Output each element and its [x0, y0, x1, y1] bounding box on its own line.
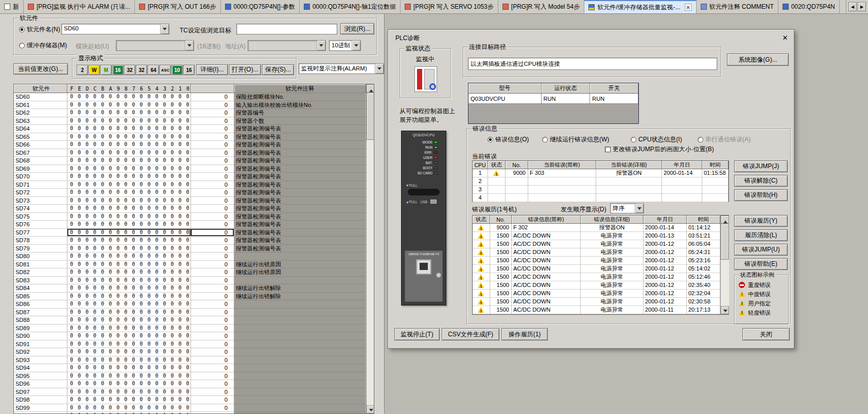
device-row[interactable]: SD880 0 0 0 0 0 0 0 0 0 0 0 0 0 0 00: [14, 316, 366, 325]
device-row[interactable]: SD700 0 0 0 0 0 0 0 0 0 0 0 0 0 0 00报警器检…: [14, 173, 366, 181]
format-button-10[interactable]: 16: [183, 65, 195, 75]
device-row[interactable]: SD730 0 0 0 0 0 0 0 0 0 0 0 0 0 0 00报警器检…: [14, 197, 366, 205]
device-row[interactable]: SD760 0 0 0 0 0 0 0 0 0 0 0 0 0 0 00报警器检…: [14, 221, 366, 229]
format-button-9[interactable]: 10: [171, 65, 183, 75]
tab-10[interactable]: 0020:QD75P4N: [778, 0, 840, 13]
tab-8[interactable]: 软元件/缓冲存储器批量监视-...×: [584, 0, 696, 13]
tab-5[interactable]: 0000:QD75P4N[]-轴1定位数据: [300, 0, 401, 13]
scrollbar-thumb[interactable]: [367, 93, 374, 140]
tab-6[interactable]: [PRG]R 写入 SERVO 1053步: [401, 0, 498, 13]
order-combo[interactable]: 降序: [610, 203, 644, 213]
save-button[interactable]: 保存(S)...: [262, 64, 294, 75]
tab-9[interactable]: 软元件注释 COMMENT: [697, 0, 778, 13]
browse-button[interactable]: 浏览(R)...: [340, 23, 374, 34]
device-row[interactable]: SD780 0 0 0 0 0 0 0 0 0 0 0 0 0 0 00报警器检…: [14, 237, 366, 245]
current-value-change-button[interactable]: 当前值更改(G)...: [13, 63, 68, 75]
device-row[interactable]: SD820 0 0 0 0 0 0 0 0 0 0 0 0 0 0 00继续运行…: [14, 268, 366, 277]
tab-4[interactable]: 0000:QD75P4N[]-参数: [221, 0, 300, 13]
tab-1[interactable]: 新: [0, 0, 24, 13]
chevron-down-icon[interactable]: [635, 204, 644, 213]
radio-cpu-status[interactable]: CPU状态信息(I): [631, 135, 682, 144]
address-base-combo[interactable]: 10进制: [329, 40, 361, 51]
resize-checkbox[interactable]: 更改错误JUMP后的画面大小·位置(B): [605, 145, 714, 154]
device-table-scrollbar[interactable]: [366, 84, 374, 413]
device-row[interactable]: SD620 0 0 0 0 0 0 0 0 0 0 0 0 0 0 00报警器编…: [14, 109, 366, 117]
history-row[interactable]: 1500AC/DC DOWN电源异常2000-01-1205:23:16: [473, 257, 720, 265]
device-row[interactable]: SD750 0 0 0 0 0 0 0 0 0 0 0 0 0 0 00报警器检…: [14, 213, 366, 221]
tab-2[interactable]: [PRG]监视 执行中 ALARM (只读...: [24, 0, 135, 13]
system-image-button[interactable]: 系统图像(G)...: [727, 53, 789, 66]
device-row[interactable]: SD790 0 0 0 0 0 0 0 0 0 0 0 0 0 0 00报警器检…: [14, 245, 366, 253]
format-button-4[interactable]: 16: [112, 65, 124, 75]
history-clear-button[interactable]: 履历清除(L): [734, 229, 788, 241]
current-error-row[interactable]: 3: [473, 186, 728, 194]
radio-error-info[interactable]: 错误信息(O): [488, 135, 529, 144]
device-row[interactable]: SD960 0 0 0 0 0 0 0 0 0 0 0 0 0 0 00: [14, 380, 366, 388]
tab-close-icon[interactable]: ×: [685, 4, 692, 11]
device-row[interactable]: SD720 0 0 0 0 0 0 0 0 0 0 0 0 0 0 00报警器检…: [14, 189, 366, 197]
monitor-stop-button[interactable]: 监视停止(T): [394, 328, 440, 340]
device-row[interactable]: SD690 0 0 0 0 0 0 0 0 0 0 0 0 0 0 00报警器检…: [14, 165, 366, 173]
device-row[interactable]: SD710 0 0 0 0 0 0 0 0 0 0 0 0 0 0 00报警器检…: [14, 181, 366, 189]
tab-3[interactable]: [PRG]R 写入 OUT 166步: [135, 0, 220, 13]
device-row[interactable]: SD970 0 0 0 0 0 0 0 0 0 0 0 0 0 0 00: [14, 388, 366, 397]
history-row[interactable]: 1500AC/DC DOWN电源异常2000-01-1205:24:31: [473, 248, 720, 257]
device-row[interactable]: SD920 0 0 0 0 0 0 0 0 0 0 0 0 0 0 00: [14, 348, 366, 356]
buffer-memory-radio[interactable]: 缓冲存储器(M): [19, 41, 67, 50]
tab-nav-next-icon[interactable]: ▶: [858, 2, 866, 11]
detail-button[interactable]: 详细(I)...: [196, 64, 228, 75]
csv-generate-button[interactable]: CSV文件生成(F): [442, 328, 499, 340]
radio-continue-error[interactable]: 继续运行错误信息(W): [542, 135, 609, 144]
history-row[interactable]: 1500AC/DC DOWN电源异常2000-01-1205:12:46: [473, 273, 720, 281]
device-row[interactable]: SD630 0 0 0 0 0 0 0 0 0 0 0 0 0 0 00报警器个…: [14, 117, 366, 125]
history-row[interactable]: 1500AC/DC DOWN电源异常2000-01-1205:14:02: [473, 265, 720, 273]
model-table-row[interactable]: Q03UDVCPURUNRUN: [468, 94, 638, 104]
format-button-8[interactable]: ASC: [160, 65, 171, 75]
device-row[interactable]: SD740 0 0 0 0 0 0 0 0 0 0 0 0 0 0 00报警器检…: [14, 205, 366, 213]
device-row[interactable]: SD900 0 0 0 0 0 0 0 0 0 0 0 0 0 0 00: [14, 332, 366, 340]
error-help-button[interactable]: 错误帮助(H): [734, 189, 788, 201]
chevron-down-icon[interactable]: [160, 24, 169, 34]
device-name-radio[interactable]: 软元件名(N): [19, 25, 60, 34]
error-help2-button[interactable]: 错误帮助(E): [734, 258, 788, 270]
cpu-module-image[interactable]: Q03UDVCPU MODERUNERR.USERBAT.BOOTSD CARD…: [401, 131, 446, 305]
operation-history-button[interactable]: 操作履历(1): [501, 328, 548, 340]
format-button-7[interactable]: 64: [148, 65, 159, 75]
device-row[interactable]: SD980 0 0 0 0 0 0 0 0 0 0 0 0 0 0 00: [14, 396, 366, 404]
device-row[interactable]: SD800 0 0 0 0 0 0 0 0 0 0 0 0 0 0 00: [14, 253, 366, 261]
error-jump-button[interactable]: 错误JUMP(J): [734, 160, 788, 172]
device-row[interactable]: SD890 0 0 0 0 0 0 0 0 0 0 0 0 0 0 00: [14, 325, 366, 333]
history-row[interactable]: 1500AC/DC DOWN电源异常2000-01-1202:32:04: [473, 290, 720, 298]
device-row[interactable]: SD670 0 0 0 0 0 0 0 0 0 0 0 0 0 0 00报警器检…: [14, 149, 366, 157]
device-row[interactable]: SD640 0 0 0 0 0 0 0 0 0 0 0 0 0 0 00报警器检…: [14, 125, 366, 133]
tc-target-input[interactable]: [236, 24, 337, 34]
close-icon[interactable]: ✕: [780, 33, 790, 42]
open-button[interactable]: 打开(O)...: [229, 64, 261, 75]
device-row[interactable]: SD950 0 0 0 0 0 0 0 0 0 0 0 0 0 0 00: [14, 372, 366, 381]
chevron-down-icon[interactable]: [375, 64, 384, 74]
history-row[interactable]: 1500AC/DC DOWN电源异常2000-01-1206:05:04: [473, 240, 720, 248]
history-row[interactable]: 1500AC/DC DOWN电源异常2000-01-1120:17:13: [473, 306, 720, 314]
format-button-5[interactable]: 32: [124, 65, 135, 75]
device-row[interactable]: SD1000 0 0 0 0 0 0 0 0 0 0 0 0 0 0 00: [14, 412, 366, 414]
device-row[interactable]: SD860 0 0 0 0 0 0 0 0 0 0 0 0 0 0 00: [14, 300, 366, 309]
device-name-combo[interactable]: SD60: [61, 24, 169, 34]
tab-nav-prev-icon[interactable]: ◀: [848, 2, 857, 11]
history-row[interactable]: 1500AC/DC DOWN电源异常2000-01-1303:51:21: [473, 232, 720, 240]
device-row[interactable]: SD610 0 0 0 0 0 0 0 0 0 0 0 0 0 0 00输入输出…: [14, 101, 366, 110]
device-row[interactable]: SD660 0 0 0 0 0 0 0 0 0 0 0 0 0 0 00报警器检…: [14, 141, 366, 149]
scrollbar-thumb[interactable]: [721, 224, 729, 260]
device-row[interactable]: SD810 0 0 0 0 0 0 0 0 0 0 0 0 0 0 00继续运行…: [14, 261, 366, 269]
error-history-button[interactable]: 错误履历(Y): [734, 215, 788, 227]
scroll-up-icon[interactable]: [721, 215, 729, 224]
current-error-row[interactable]: 4: [473, 194, 728, 202]
format-button-2[interactable]: W: [89, 65, 100, 75]
history-row[interactable]: 9000F 302报警器ON2000-01-1401:14:12: [473, 224, 720, 232]
current-error-row[interactable]: 19000F 303报警器ON2000-01-1401:15:58: [473, 169, 728, 177]
device-row[interactable]: SD870 0 0 0 0 0 0 0 0 0 0 0 0 0 0 00: [14, 309, 366, 317]
device-row[interactable]: SD990 0 0 0 0 0 0 0 0 0 0 0 0 0 0 00: [14, 404, 366, 412]
error-jump2-button[interactable]: 错误JUMP(U): [734, 244, 788, 256]
history-row[interactable]: 1500AC/DC DOWN电源异常2000-01-1202:30:58: [473, 298, 720, 306]
device-row[interactable]: SD770 0 0 0 0 0 0 0 0 0 0 0 0 0 0 00报警器检…: [14, 229, 366, 237]
device-row[interactable]: SD930 0 0 0 0 0 0 0 0 0 0 0 0 0 0 00: [14, 356, 366, 365]
